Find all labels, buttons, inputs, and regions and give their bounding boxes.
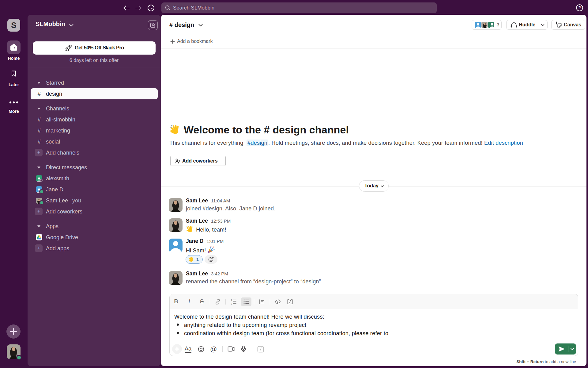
svg-text:?: ? (578, 5, 581, 10)
svg-text:2: 2 (231, 303, 232, 305)
svg-text:1: 1 (231, 299, 232, 301)
